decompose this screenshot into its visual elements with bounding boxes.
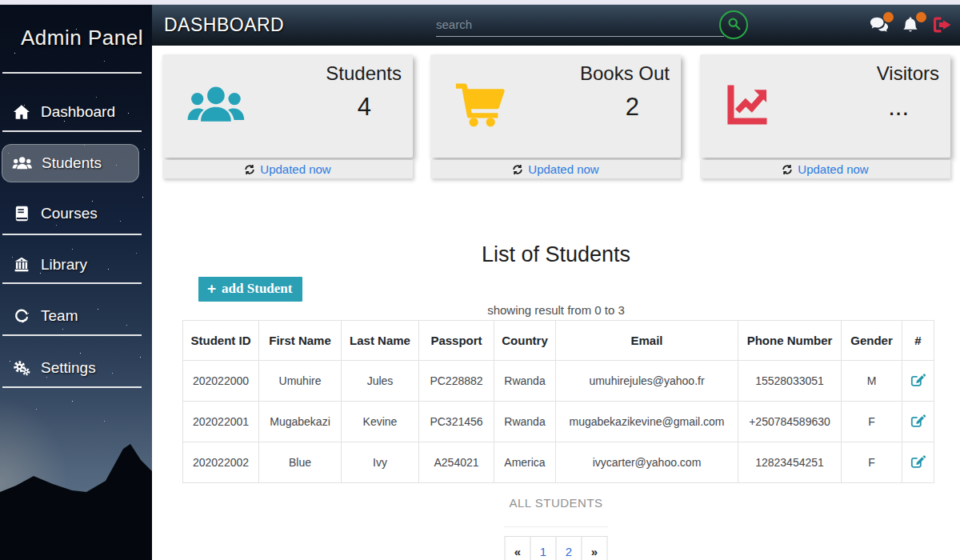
sidebar-item-students[interactable]: Students xyxy=(2,144,139,182)
table-cell: M xyxy=(842,361,902,402)
edit-student-button[interactable] xyxy=(910,372,926,390)
sidebar-divider xyxy=(2,282,142,284)
column-header: # xyxy=(902,321,934,361)
app-title: Admin Panel xyxy=(21,26,143,50)
table-row: 202022002BlueIvyA254021Americaivycarter@… xyxy=(183,442,934,483)
sidebar-divider xyxy=(2,334,142,336)
table-cell: umuhirejules@yahoo.fr xyxy=(556,361,738,402)
pagination-next[interactable]: » xyxy=(582,536,608,560)
sidebar-item-courses[interactable]: Courses xyxy=(2,194,139,233)
table-cell: America xyxy=(494,442,556,483)
sidebar-item-settings[interactable]: Settings xyxy=(2,349,139,387)
table-cell: +250784589630 xyxy=(738,402,842,442)
sidebar-divider xyxy=(2,130,142,132)
add-student-button[interactable]: + add Student xyxy=(198,277,302,302)
users-icon xyxy=(186,82,246,131)
table-cell: 202022001 xyxy=(183,402,259,442)
refresh-icon xyxy=(244,164,255,175)
sidebar-item-label: Students xyxy=(42,154,102,172)
stat-card-students: Students4Updated now xyxy=(162,46,413,182)
logout-icon xyxy=(933,22,952,36)
stat-card-value: 4 xyxy=(358,93,371,122)
page-title: DASHBOARD xyxy=(164,14,284,36)
stat-card-title: Visitors xyxy=(877,62,939,85)
cart-icon xyxy=(454,82,505,131)
starry-sky-decoration xyxy=(0,5,1,6)
table-footer-label: ALL STUDENTS xyxy=(152,496,960,510)
table-cell: Umuhire xyxy=(259,361,342,402)
stat-card-body: Books Out2 xyxy=(430,54,681,158)
search-input[interactable] xyxy=(436,13,724,37)
sidebar-item-library[interactable]: Library xyxy=(2,246,139,284)
topbar: DASHBOARD xyxy=(152,5,960,46)
sidebar-item-label: Library xyxy=(41,256,87,274)
book-icon xyxy=(11,206,32,222)
stat-card-value: 2 xyxy=(626,93,639,122)
table-row: 202022000UmuhireJulesPC228882Rwandaumuhi… xyxy=(183,361,934,402)
showing-result-text: showing result from 0 to 3 xyxy=(152,303,960,317)
pagination-prev[interactable]: « xyxy=(505,536,531,560)
sidebar-item-label: Settings xyxy=(41,359,96,377)
logout-button[interactable] xyxy=(933,16,955,37)
stat-card-books-out: Books Out2Updated now xyxy=(430,46,681,182)
column-header: Passport xyxy=(419,321,494,361)
table-header-row: Student IDFirst NameLast NamePassportCou… xyxy=(183,321,934,361)
table-cell: Kevine xyxy=(342,402,419,442)
column-header: Phone Number xyxy=(738,321,842,361)
table-cell: F xyxy=(842,442,902,483)
chart-icon xyxy=(724,82,770,131)
notifications-button[interactable] xyxy=(902,16,925,37)
home-icon xyxy=(11,104,32,120)
edit-icon xyxy=(910,459,926,471)
stat-card-title: Students xyxy=(326,62,402,85)
stat-card-body: Students4 xyxy=(162,54,413,158)
table-cell: Rwanda xyxy=(494,402,556,442)
table-cell-actions xyxy=(902,361,934,402)
edit-student-button[interactable] xyxy=(910,454,926,471)
column-header: Gender xyxy=(842,321,902,361)
updated-now-label: Updated now xyxy=(528,162,598,176)
sidebar-item-dashboard[interactable]: Dashboard xyxy=(2,93,139,131)
updated-now-label: Updated now xyxy=(798,162,868,176)
updated-now-label: Updated now xyxy=(260,162,330,176)
students-table: Student IDFirst NameLast NamePassportCou… xyxy=(182,320,934,483)
table-cell: Blue xyxy=(259,442,342,483)
table-cell: Jules xyxy=(342,361,419,402)
stat-card-value: ... xyxy=(888,93,909,122)
admin-panel-app: Admin Panel DashboardStudentsCoursesLibr… xyxy=(0,0,960,560)
chat-icon xyxy=(870,22,889,36)
table-cell: Ivy xyxy=(342,442,419,483)
pagination: «12» xyxy=(505,536,608,560)
library-icon xyxy=(11,257,32,273)
sidebar-divider xyxy=(2,72,142,74)
sidebar-divider xyxy=(2,234,142,235)
column-header: Student ID xyxy=(183,321,259,361)
stat-card-visitors: Visitors...Updated now xyxy=(700,46,950,182)
table-cell: A254021 xyxy=(419,442,494,483)
edit-icon xyxy=(910,418,926,430)
messages-button[interactable] xyxy=(870,16,892,37)
pagination-page-2[interactable]: 2 xyxy=(556,536,582,560)
notification-badge xyxy=(883,12,894,22)
headset-icon xyxy=(11,308,32,324)
table-cell: 12823454251 xyxy=(738,442,842,483)
pagination-page-1[interactable]: 1 xyxy=(530,536,557,560)
edit-student-button[interactable] xyxy=(910,413,926,430)
search-icon xyxy=(727,17,741,33)
stat-card-title: Books Out xyxy=(580,62,670,85)
sidebar-divider xyxy=(2,386,142,388)
card-updated-link[interactable]: Updated now xyxy=(700,160,950,178)
edit-icon xyxy=(910,378,926,390)
table-cell-actions xyxy=(902,442,934,483)
table-cell: PC228882 xyxy=(419,361,494,402)
card-updated-link[interactable]: Updated now xyxy=(162,160,413,178)
card-updated-link[interactable]: Updated now xyxy=(430,160,681,178)
users-icon xyxy=(12,155,33,171)
refresh-icon xyxy=(782,164,793,175)
search-button[interactable] xyxy=(719,10,748,39)
sidebar-item-label: Courses xyxy=(41,205,98,222)
table-row: 202022001MugabekaziKevinePC321456Rwandam… xyxy=(183,402,934,442)
sidebar-item-team[interactable]: Team xyxy=(2,297,139,335)
table-cell: Rwanda xyxy=(494,361,556,402)
sidebar: Admin Panel DashboardStudentsCoursesLibr… xyxy=(0,5,152,560)
